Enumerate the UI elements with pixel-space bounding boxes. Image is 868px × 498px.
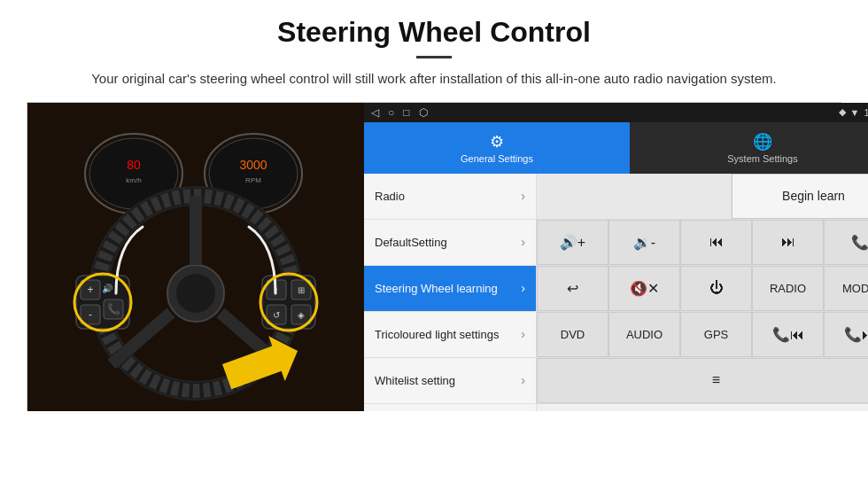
audio-button[interactable]: AUDIO (608, 312, 680, 357)
next-track-button[interactable]: ⏭ (752, 220, 824, 265)
menu-radio-label: Radio (375, 190, 521, 203)
subtitle: Your original car's steering wheel contr… (80, 69, 788, 89)
settings-tabs: ⚙ General Settings 🌐 System Settings (364, 122, 868, 174)
steering-wheel-image: 80 km/h 3000 RPM (27, 103, 364, 411)
vol-down-button[interactable]: 🔉- (608, 220, 680, 265)
steering-wheel-svg: 80 km/h 3000 RPM (27, 103, 364, 411)
left-menu: Radio › DefaultSetting › Steering Wheel … (364, 174, 537, 411)
system-settings-icon: 🌐 (753, 132, 772, 152)
controls-top-row: Begin learn (537, 174, 868, 220)
app-icon: ⬡ (419, 106, 428, 119)
svg-text:↺: ↺ (273, 310, 280, 320)
android-panel: ◁ ○ □ ⬡ ◆ ▼ 13:13 ⚙ General Settings (364, 103, 868, 411)
phone-next-button[interactable]: 📞⏭ (824, 312, 868, 357)
mute-button[interactable]: 🔇✕ (608, 266, 680, 311)
menu-defaultsetting-label: DefaultSetting (375, 236, 521, 249)
menu-item-whitelist[interactable]: Whitelist setting › (364, 358, 536, 404)
empty-input-box (537, 174, 732, 219)
menu-item-defaultsetting[interactable]: DefaultSetting › (364, 220, 536, 266)
tricoloured-chevron-icon: › (521, 327, 525, 341)
steering-chevron-icon: › (521, 281, 525, 295)
dvd-button[interactable]: DVD (537, 312, 608, 357)
svg-text:-: - (89, 308, 92, 321)
home-icon: ○ (388, 106, 394, 119)
phone-prev-button[interactable]: 📞⏮ (752, 312, 824, 357)
svg-text:🔊: 🔊 (102, 283, 113, 294)
recent-icon: □ (403, 106, 409, 119)
list-icon-button[interactable]: ≡ (537, 358, 868, 403)
svg-text:80: 80 (127, 158, 141, 172)
controls-row-1: 🔊+ 🔉- ⏮ ⏭ 📞 (537, 220, 868, 266)
svg-text:◈: ◈ (298, 310, 305, 320)
signal-icon: ▼ (850, 107, 860, 118)
tab-general-settings[interactable]: ⚙ General Settings (364, 122, 630, 174)
content-area: 80 km/h 3000 RPM (27, 102, 841, 410)
menu-item-radio[interactable]: Radio › (364, 174, 536, 220)
phone-answer-button[interactable]: 📞 (824, 220, 868, 265)
svg-text:📞: 📞 (107, 302, 120, 315)
defaultsetting-chevron-icon: › (521, 235, 525, 249)
begin-learn-button[interactable]: Begin learn (732, 174, 868, 219)
tab-system-settings[interactable]: 🌐 System Settings (630, 122, 868, 174)
radio-button[interactable]: RADIO (752, 266, 824, 311)
general-settings-icon: ⚙ (490, 132, 504, 152)
menu-steering-label: Steering Wheel learning (375, 282, 521, 295)
controls-row-2: ↩ 🔇✕ ⏻ RADIO MODE (537, 266, 868, 312)
status-time: 13:13 (864, 107, 868, 118)
hang-up-button[interactable]: ↩ (537, 266, 608, 311)
tab-system-label: System Settings (727, 153, 797, 164)
mode-button[interactable]: MODE (824, 266, 868, 311)
title-section: Steering Wheel Control Your original car… (27, 16, 841, 89)
gps-button[interactable]: GPS (680, 312, 752, 357)
controls-row-4: ≡ (537, 358, 868, 404)
main-content: Radio › DefaultSetting › Steering Wheel … (364, 174, 868, 411)
svg-text:km/h: km/h (126, 176, 141, 184)
radio-chevron-icon: › (521, 189, 525, 203)
steering-bg: 80 km/h 3000 RPM (27, 103, 364, 411)
whitelist-chevron-icon: › (521, 373, 525, 387)
svg-text:RPM: RPM (245, 176, 261, 184)
svg-text:⊞: ⊞ (298, 285, 305, 295)
page-wrapper: Steering Wheel Control Your original car… (0, 0, 868, 419)
svg-text:+: + (87, 284, 93, 296)
menu-tricoloured-label: Tricoloured light settings (375, 328, 521, 341)
status-icons-left: ◁ ○ □ ⬡ (371, 106, 428, 119)
menu-item-steering[interactable]: Steering Wheel learning › (364, 266, 536, 312)
svg-point-13 (176, 274, 215, 313)
page-title: Steering Wheel Control (27, 16, 841, 49)
back-icon: ◁ (371, 106, 379, 119)
title-divider (416, 56, 452, 58)
tab-general-label: General Settings (461, 153, 533, 164)
status-bar: ◁ ○ □ ⬡ ◆ ▼ 13:13 (364, 103, 868, 122)
controls-row-3: DVD AUDIO GPS 📞⏮ 📞⏭ (537, 312, 868, 358)
location-icon: ◆ (839, 106, 846, 118)
prev-track-button[interactable]: ⏮ (680, 220, 752, 265)
power-button[interactable]: ⏻ (680, 266, 752, 311)
menu-item-tricoloured[interactable]: Tricoloured light settings › (364, 312, 536, 358)
menu-whitelist-label: Whitelist setting (375, 374, 521, 387)
vol-up-button[interactable]: 🔊+ (537, 220, 608, 265)
status-icons-right: ◆ ▼ 13:13 (839, 106, 868, 118)
svg-text:3000: 3000 (239, 158, 267, 172)
right-controls: Begin learn 🔊+ 🔉- ⏮ ⏭ 📞 ↩ 🔇✕ ⏻ (537, 174, 868, 411)
